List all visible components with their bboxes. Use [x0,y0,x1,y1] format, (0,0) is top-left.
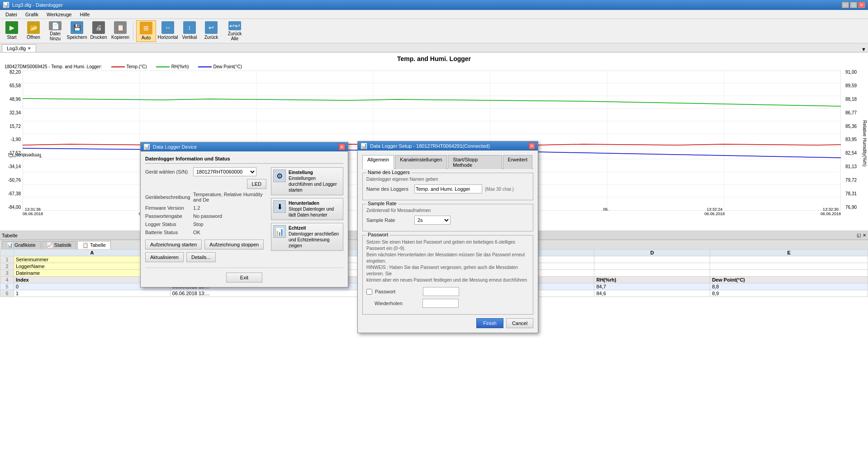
device-sn-row: Gerät wählen (S/N) 180127RHT0060000 [145,167,266,176]
toolbar-auto[interactable]: ⊞ Auto [136,20,156,42]
echtzeit-desc: Datenlogger anschließen und Echtzeitmesu… [289,231,341,249]
toolbar-copy[interactable]: 📋 Kopieren [110,20,130,42]
led-button[interactable]: LED [247,179,266,189]
repeat-label: Wiederholen [375,301,420,306]
action-echtzeit[interactable]: 📊 Echtzeit Datenlogger anschließen und E… [271,223,343,251]
row-1-e[interactable] [710,256,868,263]
record-stop-btn[interactable]: Aufzeichnung stoppen [204,240,264,250]
tab-bar: Log3.dlg ✕ ▼ [0,43,868,52]
toolbar-horizontal[interactable]: ↔ Horizontal [158,20,178,42]
y-axis-left: 82,20 65,58 48,96 32,34 15,72 -1,90 -17,… [0,70,22,210]
menu-datei[interactable]: Datei [2,11,21,18]
finish-btn[interactable]: Finish [476,318,503,328]
max-chars: (Max 30 char.) [485,187,514,192]
logger-name-group-title: Name des Loggers [366,170,411,175]
sample-rate-group: Sample Rate Zeitintervall für Messaufnah… [362,204,533,231]
sample-rate-select[interactable]: 2s 1s 5s 10s 30s [414,216,451,225]
logger-name-label: Name des Loggers [366,186,412,192]
panel-float-btn[interactable]: ◱ [857,233,861,238]
row-6-d[interactable]: 84,6 [594,290,710,297]
toolbar-print[interactable]: 🖨 Drucken [89,20,109,42]
app-title: Log3.dlg - Datenlogger [12,2,63,8]
setup-dialog-title: Data Logger Setup - 180127RHT0064291(Con… [370,143,490,149]
toolbar-save[interactable]: 💾 Speichern [67,20,87,42]
row-3-d[interactable] [594,270,710,277]
maximize-btn[interactable]: □ [850,2,857,8]
y-right-title: Relative Humidity(%rh) [862,120,867,166]
menu-hilfe[interactable]: Hilfe [76,11,93,18]
minimize-btn[interactable]: ─ [842,2,849,8]
sample-rate-hint: Zeitintervall für Messaufnahmen [366,208,529,213]
panel-collapse-btn[interactable]: ▼ [861,47,866,52]
record-start-btn[interactable]: Aufzeichnung starten [145,240,202,250]
legend-dew-line [198,66,212,67]
logger-name-input[interactable] [414,184,482,193]
toolbar-back-all[interactable]: ↩↩ Zurück Alle [223,20,247,42]
tab-start-stopp[interactable]: Start/Stopp Methode [448,155,502,169]
row-num-1: 1 [0,256,14,263]
password-checkbox[interactable] [366,289,372,295]
close-btn[interactable]: ✕ [858,2,865,8]
logger-name-group: Name des Loggers Datenlogger eigenen Nam… [362,173,533,200]
refresh-btn[interactable]: Aktualisieren [145,252,184,262]
row-4-e[interactable]: Dew Point(°C) [710,277,868,283]
device-status-label: Logger Status [145,221,190,227]
password-group-title: Passwort [366,232,389,237]
device-desc-value: Temperature, Relative Humidity and De [193,192,266,203]
main-tab[interactable]: Log3.dlg ✕ [2,44,36,52]
toolbar-add-file[interactable]: 📄 Datei hinzu [45,20,65,42]
password-desc: Setzen Sie einen Haken bei Passwort und … [366,239,529,283]
row-6-a[interactable]: 1 [14,290,171,297]
row-2-e[interactable] [710,263,868,270]
tab-allgemein[interactable]: Allgemein [362,155,394,169]
app-icon: 📊 [3,2,9,8]
setup-dialog-content: Allgemein Kanaleinstellungen Start/Stopp… [358,151,538,333]
menu-werkzeuge[interactable]: Werkzeuge [43,11,75,18]
row-4-d[interactable]: RH(%rh) [594,277,710,283]
toolbar: ▶ Start 📂 Öffnen 📄 Datei hinzu 💾 Speiche… [0,19,868,43]
back-all-icon: ↩↩ [228,21,241,30]
menu-grafik[interactable]: Grafik [22,11,42,18]
toolbar-back[interactable]: ↩ Zurück [201,20,221,42]
action-einstellung[interactable]: ⚙ Einstellung Einstellungen durchführen … [271,167,343,195]
record-buttons: Aufzeichnung starten Aufzeichnung stoppe… [145,240,266,250]
panel-tab-grafikiste[interactable]: 📊 Grafikiste [2,241,41,249]
row-5-d[interactable]: 84,7 [594,283,710,290]
echtzeit-label: Echtzeit [289,225,341,231]
cancel-btn[interactable]: Cancel [506,318,533,328]
einstellung-desc: Einstellungen durchführen und Logger sta… [289,175,341,193]
chart-legend: 180427DMS0069425 - Temp. and Humi. Logge… [0,63,868,70]
details-btn[interactable]: Details... [186,252,216,262]
password-input[interactable] [423,287,459,296]
setup-dialog[interactable]: 📊 Data Logger Setup - 180127RHT0064291(C… [357,141,538,333]
row-3-e[interactable] [710,270,868,277]
main-area: Temp. and Humi. Logger 180427DMS0069425 … [0,52,868,471]
exit-btn[interactable]: Exit [226,273,262,283]
row-2-d[interactable] [594,263,710,270]
setup-dialog-close[interactable]: ✕ [529,143,535,149]
panel-tab-statistik[interactable]: 📈 Statistik [42,241,77,249]
row-5-e[interactable]: 8,8 [710,283,868,290]
row-6-e[interactable]: 8,9 [710,290,868,297]
tab-erweitert[interactable]: Erweitert [503,155,532,169]
tab-close-btn[interactable]: ✕ [28,46,31,51]
toolbar-start[interactable]: ▶ Start [2,20,22,42]
sample-rate-row: Sample Rate 2s 1s 5s 10s 30s [366,216,529,225]
action-btn-group: ⚙ Einstellung Einstellungen durchführen … [271,167,343,262]
device-sn-select[interactable]: 180127RHT0060000 [193,167,256,176]
toolbar-open[interactable]: 📂 Öffnen [24,20,43,42]
back-icon: ↩ [205,21,218,34]
repeat-input[interactable] [422,299,459,308]
toolbar-vertical[interactable]: ↕ Vertikal [180,20,199,42]
row-1-d[interactable] [594,256,710,263]
device-dialog[interactable]: 📊 Data Logger Device ✕ Datenlogger Infor… [140,142,348,287]
device-pw-value: No password [193,213,222,219]
device-dialog-close[interactable]: ✕ [339,144,345,150]
panel-close-btn[interactable]: ✕ [863,233,866,238]
tab-kanaleinstellungen[interactable]: Kanaleinstellungen [395,155,447,169]
device-pw-row: Passwortengabe No password [145,213,266,219]
legend-rh-line [156,66,170,67]
action-herunterladen[interactable]: ⬇ Herunterladen Stoppt Datenloger und lä… [271,198,343,220]
panel-tab-tabelle[interactable]: 📋 Tabelle [77,241,111,249]
led-row: LED [145,179,266,189]
